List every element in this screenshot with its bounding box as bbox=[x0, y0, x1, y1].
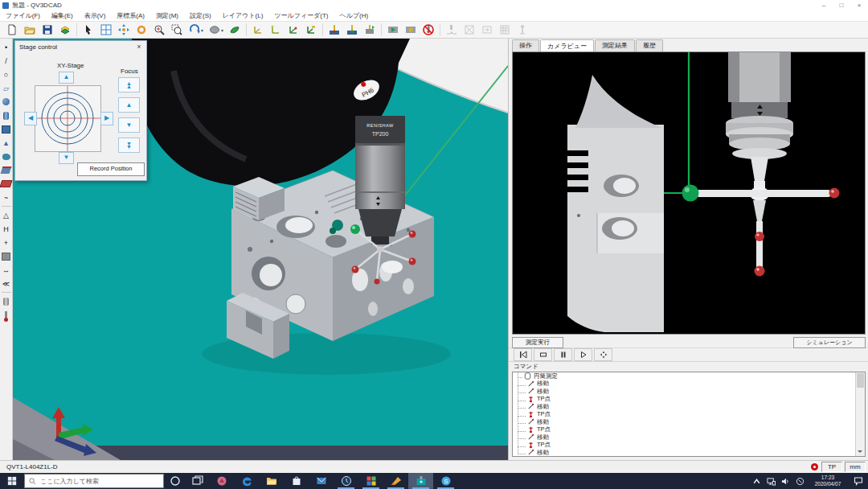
stage-down-button[interactable]: ▼ bbox=[59, 152, 74, 164]
menu-edit[interactable]: 編集(E) bbox=[46, 11, 79, 21]
close-button[interactable]: × bbox=[850, 0, 868, 10]
tree-item-cylinder-measure[interactable]: 円筒測定 bbox=[513, 372, 865, 380]
surface-tool[interactable] bbox=[1, 150, 12, 163]
probe-change-button[interactable] bbox=[361, 22, 379, 38]
focus-up-button[interactable]: ▲ bbox=[118, 97, 140, 113]
tree-item-tp-point[interactable]: TP点 bbox=[513, 396, 865, 404]
taskbar-app-cad[interactable] bbox=[209, 473, 234, 489]
measure-run-button[interactable]: 測定実行 bbox=[512, 337, 563, 348]
focus-down-fast-button[interactable]: ▼▼ bbox=[118, 138, 140, 153]
taskbar-app-mail[interactable] bbox=[309, 473, 334, 489]
menu-coordinate[interactable]: 座標系(A) bbox=[111, 11, 150, 21]
hidden-icons-chevron[interactable] bbox=[749, 473, 764, 489]
zoom-in-button[interactable] bbox=[150, 22, 168, 38]
tree-item-move[interactable]: 移動 bbox=[513, 434, 865, 442]
simulation-viewport[interactable] bbox=[512, 51, 866, 335]
action-center-button[interactable] bbox=[849, 473, 868, 489]
stage-right-button[interactable]: ▶ bbox=[100, 112, 113, 125]
focus-up-fast-button[interactable]: ▲▲ bbox=[118, 77, 140, 92]
focus-down-button[interactable]: ▼ bbox=[118, 117, 140, 133]
probe-move-button[interactable] bbox=[443, 22, 461, 38]
taskbar-clock[interactable]: 17:23 2020/04/07 bbox=[807, 475, 849, 487]
menu-settings[interactable]: 設定(S) bbox=[184, 11, 217, 21]
step-mode-button[interactable] bbox=[594, 348, 612, 361]
save-file-button[interactable] bbox=[39, 22, 56, 38]
record-position-button[interactable]: Record Position bbox=[77, 162, 145, 176]
start-button[interactable] bbox=[0, 473, 24, 489]
taskbar-app-photos-3d[interactable] bbox=[358, 473, 383, 489]
select-pointer-button[interactable] bbox=[80, 22, 97, 38]
menu-file[interactable]: ファイル(F) bbox=[0, 11, 46, 21]
probe-setup-button[interactable] bbox=[326, 22, 343, 38]
tree-item-move[interactable]: 移動 bbox=[513, 449, 865, 457]
menu-measure[interactable]: 測定(M) bbox=[150, 11, 184, 21]
plane-tool[interactable]: ▱ bbox=[1, 81, 12, 95]
clearance-box-button[interactable] bbox=[461, 22, 478, 38]
menu-tool-feeder[interactable]: ツールフィーダ(T) bbox=[268, 11, 334, 21]
tree-item-move[interactable]: 移動 bbox=[513, 403, 865, 411]
taskbar-search-input[interactable]: ここに入力して検索 bbox=[24, 474, 164, 488]
tab-history[interactable]: 履歴 bbox=[636, 39, 663, 51]
taskbar-app-dev[interactable] bbox=[383, 473, 408, 489]
probe-pin-button[interactable] bbox=[514, 22, 531, 38]
export-3d-button[interactable] bbox=[56, 22, 74, 38]
network-icon[interactable] bbox=[764, 473, 778, 489]
tree-item-tp-point[interactable]: TP点 bbox=[513, 426, 865, 434]
stage-tool[interactable] bbox=[1, 249, 12, 263]
program-run-button[interactable] bbox=[384, 22, 402, 38]
menu-view[interactable]: 表示(V) bbox=[79, 11, 112, 21]
simulation-button[interactable]: シミュレーション bbox=[793, 337, 866, 348]
intersection-tool[interactable]: + bbox=[1, 236, 12, 249]
tree-scrollbar[interactable] bbox=[855, 372, 865, 456]
new-file-button[interactable] bbox=[3, 22, 21, 38]
stop-button[interactable] bbox=[534, 348, 552, 361]
tile-windows-button[interactable] bbox=[97, 22, 115, 38]
menu-help[interactable]: ヘルプ(H) bbox=[334, 11, 375, 21]
axis-align-3-button[interactable] bbox=[285, 22, 302, 38]
open-file-button[interactable] bbox=[21, 22, 39, 38]
sphere-tool[interactable] bbox=[1, 95, 12, 109]
distance-tool[interactable]: ↔ bbox=[1, 263, 12, 277]
stage-move-button[interactable] bbox=[115, 22, 133, 38]
measure-abort-button[interactable] bbox=[420, 22, 437, 38]
minimize-button[interactable]: – bbox=[815, 0, 833, 10]
taskbar-app-alarms[interactable] bbox=[334, 473, 358, 489]
axis-align-1-button[interactable] bbox=[249, 22, 267, 38]
line-tool[interactable]: / bbox=[1, 54, 12, 68]
scrollbar-down-icon[interactable] bbox=[856, 447, 864, 456]
height-tool[interactable]: H bbox=[1, 222, 12, 236]
menu-layout[interactable]: レイアウト(L) bbox=[217, 11, 269, 21]
play-button[interactable] bbox=[574, 348, 592, 361]
program-record-button[interactable] bbox=[402, 22, 420, 38]
taskbar-app-qv3dcad[interactable] bbox=[408, 473, 433, 489]
angle-measure-tool[interactable]: ≪ bbox=[1, 277, 12, 290]
feature-cylinder-tool[interactable] bbox=[1, 294, 12, 308]
tree-item-move[interactable]: 移動 bbox=[513, 388, 865, 396]
safely-remove-icon[interactable] bbox=[792, 473, 807, 489]
axis-align-2-button[interactable] bbox=[267, 22, 285, 38]
cone-tool[interactable]: ▲ bbox=[1, 136, 12, 150]
dialog-title-bar[interactable]: Stage control × bbox=[15, 41, 146, 52]
zoom-window-button[interactable] bbox=[168, 22, 186, 38]
taskbar-app-edge[interactable] bbox=[234, 473, 259, 489]
skip-to-start-button[interactable] bbox=[514, 348, 532, 361]
xy-stage-target[interactable] bbox=[35, 85, 101, 152]
section-tool[interactable] bbox=[1, 177, 12, 191]
taskbar-app-skype[interactable]: S bbox=[433, 473, 458, 489]
stage-up-button[interactable]: ▲ bbox=[59, 72, 74, 84]
curve-tool[interactable]: ~ bbox=[1, 191, 12, 204]
pause-button[interactable] bbox=[554, 348, 572, 361]
box-tool[interactable] bbox=[1, 122, 12, 136]
tree-item-move[interactable]: 移動 bbox=[513, 380, 865, 388]
cylinder-tool[interactable] bbox=[1, 109, 12, 122]
cortana-button[interactable] bbox=[164, 473, 186, 489]
tab-camera-view[interactable]: カメラビュー bbox=[540, 39, 594, 52]
volume-icon[interactable] bbox=[778, 473, 792, 489]
tree-item-move[interactable]: 移動 bbox=[513, 418, 865, 426]
stage-left-button[interactable]: ◀ bbox=[24, 112, 37, 125]
tab-operation[interactable]: 操作 bbox=[512, 39, 539, 51]
probe-path-tool[interactable] bbox=[1, 308, 12, 322]
clearance-pattern-button[interactable] bbox=[496, 22, 514, 38]
circle-tool[interactable]: ○ bbox=[1, 68, 12, 81]
tree-item-tp-point[interactable]: TP点 bbox=[513, 442, 865, 450]
